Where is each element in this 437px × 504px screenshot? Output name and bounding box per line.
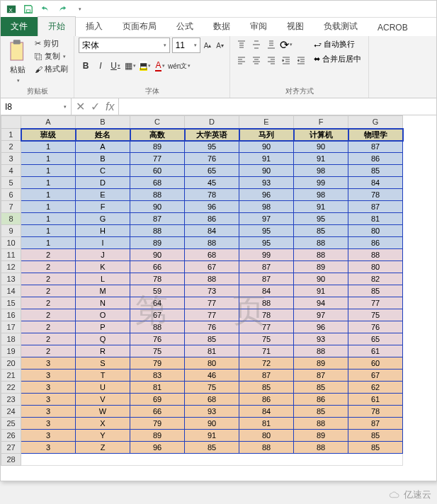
header-cell[interactable]: 高数 — [130, 129, 185, 141]
tab-data[interactable]: 数据 — [203, 17, 240, 36]
cell[interactable]: 99 — [239, 249, 294, 261]
enter-icon[interactable]: ✓ — [91, 100, 100, 113]
cell[interactable]: 87 — [239, 370, 294, 382]
cell[interactable]: 3 — [21, 357, 76, 370]
cell[interactable]: 76 — [185, 321, 239, 333]
cell[interactable]: 88 — [294, 249, 348, 261]
cell[interactable]: 69 — [130, 394, 185, 406]
cell[interactable]: 96 — [130, 442, 185, 454]
align-top-icon[interactable] — [234, 38, 249, 52]
cell[interactable]: 3 — [21, 442, 76, 454]
cell[interactable]: W — [76, 406, 130, 418]
cell[interactable]: 88 — [239, 442, 294, 454]
spreadsheet-grid[interactable]: ABCDEFG1班级姓名高数大学英语马列计算机物理学21A89959090873… — [1, 115, 404, 466]
cell[interactable]: 75 — [239, 333, 294, 345]
cell[interactable]: 91 — [185, 430, 239, 442]
row-header[interactable]: 8 — [1, 213, 21, 225]
cell[interactable]: F — [76, 201, 130, 213]
cell[interactable]: 88 — [348, 249, 403, 261]
row-header[interactable]: 9 — [1, 225, 21, 237]
cell[interactable]: R — [76, 345, 130, 357]
cell[interactable]: 88 — [185, 237, 239, 249]
cancel-icon[interactable]: ✕ — [76, 100, 85, 113]
cell[interactable]: M — [76, 285, 130, 297]
fx-icon[interactable]: fx — [106, 101, 114, 113]
row-header[interactable]: 12 — [1, 261, 21, 273]
grow-font-button[interactable]: A▴ — [203, 38, 213, 53]
cell[interactable]: 3 — [21, 418, 76, 430]
row-header[interactable]: 6 — [1, 189, 21, 201]
row-header[interactable]: 22 — [1, 382, 21, 394]
orientation-button[interactable]: ⟳▾ — [279, 38, 293, 52]
cell[interactable]: V — [76, 394, 130, 406]
row-header[interactable]: 1 — [1, 129, 21, 141]
cell[interactable]: Q — [76, 333, 130, 345]
name-box[interactable]: I8▾ — [1, 98, 72, 115]
cell[interactable]: 78 — [239, 309, 294, 321]
row-header[interactable]: 17 — [1, 321, 21, 333]
header-cell[interactable]: 马列 — [239, 129, 294, 141]
cell[interactable]: 85 — [348, 165, 403, 177]
cell[interactable]: N — [76, 297, 130, 309]
header-cell[interactable]: 姓名 — [76, 129, 130, 141]
cell[interactable]: 65 — [348, 333, 403, 345]
cell[interactable]: B — [76, 153, 130, 165]
cell[interactable]: 93 — [239, 177, 294, 189]
cell[interactable]: 76 — [130, 333, 185, 345]
cut-button[interactable]: ✂ 剪切 — [33, 38, 69, 50]
qat-more-icon[interactable]: ▾ — [72, 2, 87, 16]
align-right-icon[interactable] — [264, 53, 278, 67]
col-header[interactable]: C — [130, 116, 185, 129]
tab-view[interactable]: 视图 — [277, 17, 314, 36]
cell[interactable]: 77 — [239, 321, 294, 333]
row-header[interactable]: 20 — [1, 357, 21, 370]
row-header[interactable]: 13 — [1, 273, 21, 285]
cell[interactable]: 2 — [21, 333, 76, 345]
cell[interactable]: 89 — [294, 430, 348, 442]
cell[interactable]: J — [76, 249, 130, 261]
cell[interactable]: 3 — [21, 406, 76, 418]
row-header[interactable]: 7 — [1, 201, 21, 213]
cell[interactable]: 89 — [294, 261, 348, 273]
cell[interactable]: 59 — [130, 285, 185, 297]
col-header[interactable]: A — [21, 116, 76, 129]
cell[interactable]: 88 — [294, 442, 348, 454]
cell[interactable]: Z — [76, 442, 130, 454]
cell[interactable]: 98 — [294, 165, 348, 177]
cell[interactable]: 2 — [21, 321, 76, 333]
cell[interactable]: 85 — [185, 442, 239, 454]
row-header[interactable]: 27 — [1, 442, 21, 454]
cell[interactable]: 1 — [21, 225, 76, 237]
cell[interactable]: 95 — [239, 237, 294, 249]
cell[interactable]: 77 — [348, 297, 403, 309]
row-header[interactable]: 15 — [1, 297, 21, 309]
cell[interactable]: 62 — [348, 382, 403, 394]
cell[interactable]: 1 — [21, 165, 76, 177]
row-header[interactable]: 26 — [1, 430, 21, 442]
underline-button[interactable]: U▾ — [108, 59, 123, 73]
cell[interactable]: 84 — [239, 406, 294, 418]
cell[interactable]: 85 — [348, 430, 403, 442]
cell[interactable]: 91 — [294, 153, 348, 165]
cell[interactable]: 86 — [348, 153, 403, 165]
row-header[interactable]: 10 — [1, 237, 21, 249]
align-middle-icon[interactable] — [249, 38, 263, 52]
cell[interactable]: 88 — [294, 418, 348, 430]
cell[interactable]: 95 — [239, 225, 294, 237]
cell[interactable]: 90 — [130, 249, 185, 261]
bold-button[interactable]: B — [79, 59, 93, 73]
cell[interactable]: 99 — [294, 177, 348, 189]
col-header[interactable]: D — [185, 116, 239, 129]
cell[interactable]: 93 — [185, 406, 239, 418]
cell[interactable]: 85 — [294, 225, 348, 237]
cell[interactable]: 79 — [130, 357, 185, 370]
cell[interactable]: 85 — [294, 382, 348, 394]
tab-layout[interactable]: 页面布局 — [113, 17, 166, 36]
cell[interactable]: 3 — [21, 430, 76, 442]
cell[interactable]: 2 — [21, 309, 76, 321]
row-header[interactable]: 3 — [1, 153, 21, 165]
header-cell[interactable]: 计算机 — [294, 129, 348, 141]
cell[interactable]: 85 — [348, 442, 403, 454]
cell[interactable]: 87 — [348, 418, 403, 430]
cell[interactable]: 96 — [185, 201, 239, 213]
